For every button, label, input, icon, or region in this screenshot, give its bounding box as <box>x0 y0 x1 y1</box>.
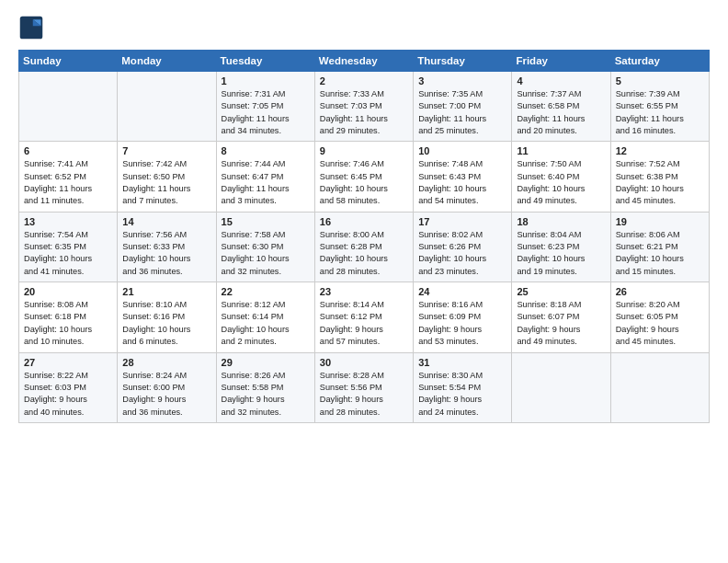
day-detail: Sunrise: 7:41 AM Sunset: 6:52 PM Dayligh… <box>24 158 113 207</box>
day-detail: Sunrise: 7:39 AM Sunset: 6:55 PM Dayligh… <box>616 88 705 137</box>
day-detail: Sunrise: 8:06 AM Sunset: 6:21 PM Dayligh… <box>616 229 705 278</box>
day-detail: Sunrise: 7:48 AM Sunset: 6:43 PM Dayligh… <box>418 158 507 207</box>
calendar-cell: 29Sunrise: 8:26 AM Sunset: 5:58 PM Dayli… <box>216 352 314 422</box>
calendar-cell: 30Sunrise: 8:28 AM Sunset: 5:56 PM Dayli… <box>314 352 413 422</box>
day-detail: Sunrise: 8:10 AM Sunset: 6:16 PM Dayligh… <box>122 299 211 348</box>
calendar-cell: 20Sunrise: 8:08 AM Sunset: 6:18 PM Dayli… <box>19 282 118 352</box>
day-number: 2 <box>320 75 409 86</box>
calendar-cell: 12Sunrise: 7:52 AM Sunset: 6:38 PM Dayli… <box>610 142 709 212</box>
day-number: 11 <box>517 145 606 156</box>
calendar-cell: 25Sunrise: 8:18 AM Sunset: 6:07 PM Dayli… <box>512 282 610 352</box>
day-detail: Sunrise: 8:00 AM Sunset: 6:28 PM Dayligh… <box>320 229 409 278</box>
day-number: 13 <box>24 216 113 227</box>
calendar-cell: 2Sunrise: 7:33 AM Sunset: 7:03 PM Daylig… <box>314 72 413 142</box>
day-number: 7 <box>122 145 211 156</box>
day-detail: Sunrise: 7:33 AM Sunset: 7:03 PM Dayligh… <box>320 88 409 137</box>
calendar-table: SundayMondayTuesdayWednesdayThursdayFrid… <box>18 50 710 423</box>
day-number: 8 <box>222 145 311 156</box>
calendar-cell: 17Sunrise: 8:02 AM Sunset: 6:26 PM Dayli… <box>414 212 512 282</box>
logo <box>18 15 48 40</box>
day-detail: Sunrise: 8:08 AM Sunset: 6:18 PM Dayligh… <box>24 299 113 348</box>
calendar-cell: 8Sunrise: 7:44 AM Sunset: 6:47 PM Daylig… <box>216 142 314 212</box>
day-header-wednesday: Wednesday <box>314 51 413 72</box>
day-number: 30 <box>320 357 409 368</box>
day-detail: Sunrise: 7:42 AM Sunset: 6:50 PM Dayligh… <box>122 158 211 207</box>
calendar-cell: 15Sunrise: 7:58 AM Sunset: 6:30 PM Dayli… <box>216 212 314 282</box>
day-number: 20 <box>24 286 113 297</box>
day-detail: Sunrise: 7:56 AM Sunset: 6:33 PM Dayligh… <box>122 229 211 278</box>
logo-icon <box>18 15 44 40</box>
calendar-cell <box>118 72 216 142</box>
day-detail: Sunrise: 8:14 AM Sunset: 6:12 PM Dayligh… <box>320 299 409 348</box>
header <box>18 15 710 40</box>
calendar-cell: 31Sunrise: 8:30 AM Sunset: 5:54 PM Dayli… <box>414 352 512 422</box>
calendar-week-row: 20Sunrise: 8:08 AM Sunset: 6:18 PM Dayli… <box>19 282 710 352</box>
calendar-cell: 11Sunrise: 7:50 AM Sunset: 6:40 PM Dayli… <box>512 142 610 212</box>
calendar-cell: 4Sunrise: 7:37 AM Sunset: 6:58 PM Daylig… <box>512 72 610 142</box>
calendar-cell: 16Sunrise: 8:00 AM Sunset: 6:28 PM Dayli… <box>314 212 413 282</box>
day-number: 27 <box>24 357 113 368</box>
day-detail: Sunrise: 7:54 AM Sunset: 6:35 PM Dayligh… <box>24 229 113 278</box>
day-detail: Sunrise: 8:30 AM Sunset: 5:54 PM Dayligh… <box>418 370 507 419</box>
day-header-friday: Friday <box>512 51 610 72</box>
calendar-cell: 5Sunrise: 7:39 AM Sunset: 6:55 PM Daylig… <box>610 72 709 142</box>
day-number: 3 <box>418 75 507 86</box>
day-number: 18 <box>517 216 606 227</box>
day-number: 26 <box>616 286 705 297</box>
day-number: 6 <box>24 145 113 156</box>
calendar-cell: 23Sunrise: 8:14 AM Sunset: 6:12 PM Dayli… <box>314 282 413 352</box>
calendar-week-row: 27Sunrise: 8:22 AM Sunset: 6:03 PM Dayli… <box>19 352 710 422</box>
day-number: 12 <box>616 145 705 156</box>
day-detail: Sunrise: 7:44 AM Sunset: 6:47 PM Dayligh… <box>222 158 311 207</box>
day-header-thursday: Thursday <box>414 51 512 72</box>
calendar-page: SundayMondayTuesdayWednesdayThursdayFrid… <box>0 0 728 563</box>
day-detail: Sunrise: 8:16 AM Sunset: 6:09 PM Dayligh… <box>418 299 507 348</box>
day-detail: Sunrise: 8:02 AM Sunset: 6:26 PM Dayligh… <box>418 229 507 278</box>
day-number: 24 <box>418 286 507 297</box>
day-number: 1 <box>222 75 311 86</box>
day-number: 17 <box>418 216 507 227</box>
calendar-cell: 22Sunrise: 8:12 AM Sunset: 6:14 PM Dayli… <box>216 282 314 352</box>
day-number: 25 <box>517 286 606 297</box>
calendar-cell: 1Sunrise: 7:31 AM Sunset: 7:05 PM Daylig… <box>216 72 314 142</box>
calendar-week-row: 1Sunrise: 7:31 AM Sunset: 7:05 PM Daylig… <box>19 72 710 142</box>
day-number: 15 <box>222 216 311 227</box>
calendar-cell: 13Sunrise: 7:54 AM Sunset: 6:35 PM Dayli… <box>19 212 118 282</box>
calendar-cell: 6Sunrise: 7:41 AM Sunset: 6:52 PM Daylig… <box>19 142 118 212</box>
day-detail: Sunrise: 8:24 AM Sunset: 6:00 PM Dayligh… <box>122 370 211 419</box>
day-number: 31 <box>418 357 507 368</box>
day-number: 28 <box>122 357 211 368</box>
day-number: 10 <box>418 145 507 156</box>
calendar-cell <box>512 352 610 422</box>
day-detail: Sunrise: 7:37 AM Sunset: 6:58 PM Dayligh… <box>517 88 606 137</box>
calendar-cell: 28Sunrise: 8:24 AM Sunset: 6:00 PM Dayli… <box>118 352 216 422</box>
calendar-cell: 21Sunrise: 8:10 AM Sunset: 6:16 PM Dayli… <box>118 282 216 352</box>
day-detail: Sunrise: 7:46 AM Sunset: 6:45 PM Dayligh… <box>320 158 409 207</box>
calendar-cell: 18Sunrise: 8:04 AM Sunset: 6:23 PM Dayli… <box>512 212 610 282</box>
day-detail: Sunrise: 8:22 AM Sunset: 6:03 PM Dayligh… <box>24 370 113 419</box>
day-detail: Sunrise: 7:31 AM Sunset: 7:05 PM Dayligh… <box>222 88 311 137</box>
day-number: 21 <box>122 286 211 297</box>
day-detail: Sunrise: 8:12 AM Sunset: 6:14 PM Dayligh… <box>222 299 311 348</box>
day-number: 16 <box>320 216 409 227</box>
calendar-cell <box>610 352 709 422</box>
day-number: 9 <box>320 145 409 156</box>
day-number: 23 <box>320 286 409 297</box>
day-detail: Sunrise: 7:35 AM Sunset: 7:00 PM Dayligh… <box>418 88 507 137</box>
day-number: 4 <box>517 75 606 86</box>
calendar-week-row: 6Sunrise: 7:41 AM Sunset: 6:52 PM Daylig… <box>19 142 710 212</box>
calendar-header-row: SundayMondayTuesdayWednesdayThursdayFrid… <box>19 51 710 72</box>
calendar-cell: 9Sunrise: 7:46 AM Sunset: 6:45 PM Daylig… <box>314 142 413 212</box>
calendar-cell <box>19 72 118 142</box>
day-header-monday: Monday <box>118 51 216 72</box>
day-number: 29 <box>222 357 311 368</box>
day-number: 19 <box>616 216 705 227</box>
calendar-cell: 19Sunrise: 8:06 AM Sunset: 6:21 PM Dayli… <box>610 212 709 282</box>
day-header-tuesday: Tuesday <box>216 51 314 72</box>
day-number: 22 <box>222 286 311 297</box>
day-number: 5 <box>616 75 705 86</box>
calendar-week-row: 13Sunrise: 7:54 AM Sunset: 6:35 PM Dayli… <box>19 212 710 282</box>
calendar-cell: 26Sunrise: 8:20 AM Sunset: 6:05 PM Dayli… <box>610 282 709 352</box>
calendar-cell: 27Sunrise: 8:22 AM Sunset: 6:03 PM Dayli… <box>19 352 118 422</box>
day-detail: Sunrise: 7:52 AM Sunset: 6:38 PM Dayligh… <box>616 158 705 207</box>
